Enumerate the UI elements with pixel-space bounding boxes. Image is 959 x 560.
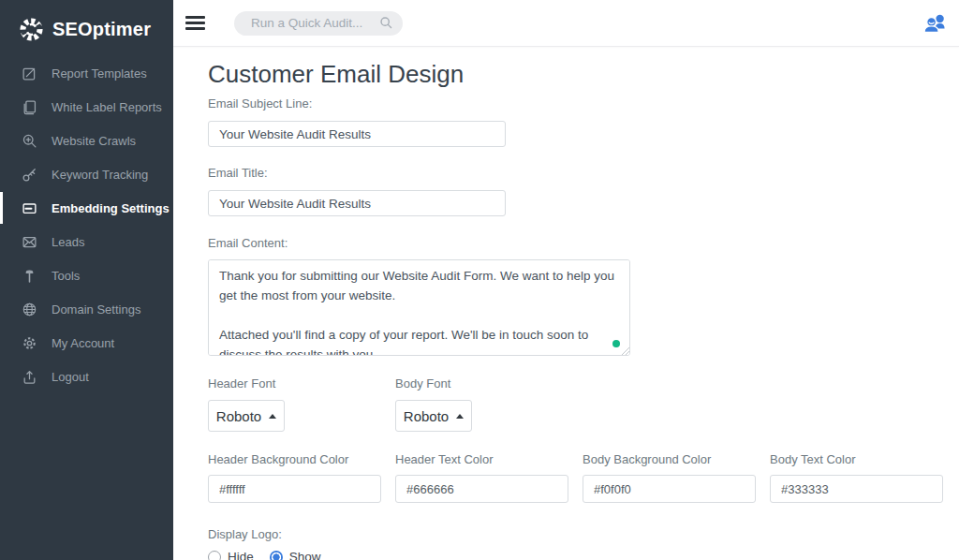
- radio-button[interactable]: [270, 551, 283, 560]
- sidebar-item-domain-settings[interactable]: Domain Settings: [0, 292, 173, 326]
- logo[interactable]: SEOptimer: [0, 0, 173, 47]
- hammer-icon: [22, 268, 37, 284]
- display-logo-option-hide[interactable]: Hide: [208, 550, 254, 560]
- sidebar-item-logout[interactable]: Logout: [0, 360, 173, 393]
- header-text-color-label: Header Text Color: [395, 452, 583, 466]
- sidebar-item-label: White Label Reports: [52, 100, 162, 114]
- body-font-label: Body Font: [395, 376, 583, 391]
- sidebar-item-my-account[interactable]: My Account: [0, 326, 173, 360]
- logo-text: SEOptimer: [52, 19, 151, 40]
- pages-icon: [22, 99, 37, 115]
- display-logo-option-show[interactable]: Show: [270, 550, 321, 560]
- fonts-row: Header Font Roboto Body Font Roboto: [208, 376, 959, 432]
- email-subject-label: Email Subject Line:: [208, 96, 959, 111]
- email-subject-input[interactable]: [208, 121, 506, 147]
- caret-up-icon: [456, 414, 464, 419]
- users-icon[interactable]: [922, 12, 948, 35]
- sidebar: SEOptimer Report TemplatesWhite Label Re…: [0, 0, 173, 560]
- body-bg-color-label: Body Background Color: [583, 452, 770, 466]
- card-icon: [22, 200, 37, 216]
- display-logo-options: Hide Show: [208, 550, 959, 560]
- logout-icon: [22, 369, 37, 385]
- edit-icon: [22, 66, 37, 81]
- gear-icon: [22, 335, 37, 351]
- sidebar-item-label: Embedding Settings: [52, 201, 170, 215]
- sidebar-item-website-crawls[interactable]: Website Crawls: [0, 124, 173, 157]
- green-status-dot[interactable]: [612, 340, 620, 347]
- search-plus-icon: [22, 133, 37, 149]
- topbar: [173, 0, 959, 47]
- sidebar-item-label: Tools: [52, 269, 80, 283]
- display-logo-label: Display Logo:: [208, 527, 959, 541]
- header-font-value: Roboto: [216, 408, 261, 424]
- search-icon[interactable]: [379, 16, 393, 30]
- body-text-color-label: Body Text Color: [770, 452, 957, 466]
- header-bg-color-input[interactable]: [208, 475, 381, 503]
- email-content-textarea[interactable]: Thank you for submitting our Website Aud…: [208, 259, 630, 356]
- sidebar-item-label: Leads: [52, 235, 84, 249]
- sidebar-item-leads[interactable]: Leads: [0, 225, 173, 258]
- email-content-wrap: Thank you for submitting our Website Aud…: [208, 259, 630, 356]
- page-title: Customer Email Design: [208, 60, 959, 88]
- email-title-input[interactable]: [208, 190, 506, 216]
- sidebar-item-label: My Account: [52, 336, 114, 350]
- main-column: Customer Email Design Email Subject Line…: [173, 0, 959, 560]
- quick-audit-search-input[interactable]: [249, 15, 379, 31]
- sidebar-item-report-templates[interactable]: Report Templates: [0, 56, 173, 90]
- header-text-color-input[interactable]: [395, 475, 568, 503]
- display-logo-field: Display Logo: Hide Show: [208, 527, 959, 560]
- body-text-color-input[interactable]: [770, 475, 943, 503]
- sidebar-item-label: Report Templates: [52, 66, 147, 81]
- header-font-label: Header Font: [208, 376, 395, 391]
- header-font-dropdown[interactable]: Roboto: [208, 400, 285, 432]
- content: Customer Email Design Email Subject Line…: [173, 47, 959, 560]
- body-font-value: Roboto: [404, 408, 449, 424]
- email-content-label: Email Content:: [208, 236, 959, 250]
- email-title-label: Email Title:: [208, 166, 959, 180]
- envelope-icon: [22, 234, 37, 250]
- body-bg-color-input[interactable]: [583, 475, 756, 503]
- radio-label: Show: [289, 550, 321, 560]
- sidebar-item-keyword-tracking[interactable]: Keyword Tracking: [0, 157, 173, 191]
- colors-row: Header Background Color Header Text Colo…: [208, 452, 959, 503]
- topbar-right: [922, 12, 950, 35]
- sidebar-item-white-label-reports[interactable]: White Label Reports: [0, 90, 173, 124]
- caret-up-icon: [269, 414, 276, 419]
- sidebar-item-label: Domain Settings: [52, 302, 140, 317]
- hamburger-menu-icon[interactable]: [185, 11, 205, 35]
- sidebar-item-embedding-settings[interactable]: Embedding Settings: [0, 191, 173, 225]
- seoptimer-gear-logo-icon: [19, 17, 44, 42]
- app-root: SEOptimer Report TemplatesWhite Label Re…: [0, 0, 959, 560]
- globe-icon: [22, 302, 37, 317]
- sidebar-item-label: Logout: [52, 370, 89, 384]
- quick-audit-search: [234, 11, 403, 36]
- radio-label: Hide: [228, 550, 254, 560]
- header-bg-color-label: Header Background Color: [208, 452, 395, 466]
- sidebar-nav: Report TemplatesWhite Label ReportsWebsi…: [0, 56, 173, 393]
- key-icon: [22, 167, 37, 183]
- sidebar-item-label: Keyword Tracking: [52, 168, 148, 182]
- sidebar-item-label: Website Crawls: [52, 134, 136, 148]
- sidebar-item-tools[interactable]: Tools: [0, 258, 173, 292]
- radio-button[interactable]: [208, 551, 221, 560]
- body-font-dropdown[interactable]: Roboto: [395, 400, 472, 432]
